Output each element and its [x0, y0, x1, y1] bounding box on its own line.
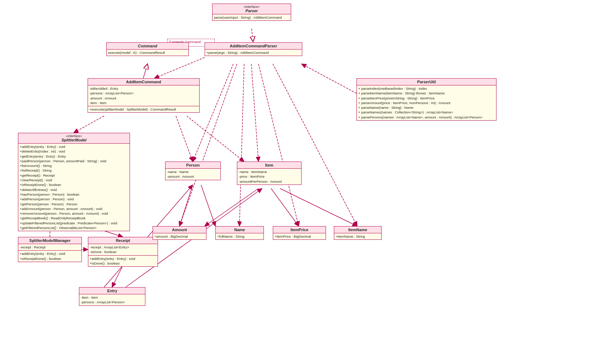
svg-line-8 [176, 116, 193, 162]
class-splittermodelmanager: SplitterModelManager -receipt : Receipt … [18, 237, 82, 262]
amount-name: Amount [154, 228, 205, 232]
command-name: Command [108, 44, 187, 48]
splittermodel-header: «Interface» SplitterModel [18, 133, 130, 144]
class-parser-header: «Interface» Parser [213, 4, 291, 14]
entry-fields: -item : Item -persons : ArrayList<Person… [79, 294, 145, 305]
svg-line-7 [74, 116, 104, 133]
svg-line-9 [187, 116, 244, 162]
class-parserutil: ParserUtil + parseIndex(oneBasedIndex : … [356, 78, 496, 121]
splittermodel-stereotype: «Interface» [20, 134, 128, 138]
parserutil-name: ParserUtil [358, 80, 495, 84]
entry-header: Entry [79, 288, 145, 294]
class-parser: «Interface» Parser parse(userInput : Str… [212, 4, 291, 21]
class-entry: Entry -item : Item -persons : ArrayList<… [79, 287, 145, 306]
class-itemprice: ItemPrice +itemPrice : BigDecimal [273, 226, 326, 240]
additemcommandparser-header: AddItemCommandParser [205, 43, 302, 50]
class-splittermodel: «Interface» SplitterModel +addEntry(entr… [18, 133, 130, 231]
svg-line-20 [179, 185, 193, 226]
svg-line-27 [302, 64, 356, 93]
name-fields: +fullName : String [216, 233, 263, 239]
additemcommand-fields: -toBeAdded : Entry -persons : ArrayList<… [88, 85, 199, 106]
item-fields: -name : ItemName -price : ItemPrice -amo… [237, 169, 301, 185]
name-header: Name [216, 227, 263, 233]
itemname-name: ItemName [336, 228, 380, 232]
splittermodelmanager-methods: +addEntry(entry : Entry) : void +isRecei… [18, 251, 81, 262]
itemprice-fields: +itemPrice : BigDecimal [273, 233, 326, 239]
entry-name: Entry [81, 289, 144, 293]
svg-line-15 [273, 64, 357, 226]
additemcommandparser-name: AddItemCommandParser [206, 44, 300, 48]
receipt-methods: +addEntry(entry : Entry) : void +isDone(… [88, 256, 158, 267]
svg-line-5 [143, 64, 148, 78]
svg-line-14 [258, 64, 299, 226]
amount-header: Amount [153, 227, 206, 233]
name-classname: Name [217, 228, 262, 232]
itemname-fields: +itemName : String [334, 233, 381, 239]
class-additemcommand: AddItemCommand -toBeAdded : Entry -perso… [88, 78, 200, 113]
additemcommand-name: AddItemCommand [89, 80, 198, 84]
svg-line-24 [205, 188, 258, 226]
receipt-header: Receipt [88, 237, 158, 244]
person-fields: -name : Name -amount : Amount [165, 169, 220, 180]
splittermodel-name: SplitterModel [20, 138, 128, 142]
itemname-header: ItemName [334, 227, 381, 233]
class-receipt: Receipt -receipt : ArrayList<Entry> -isD… [88, 237, 158, 267]
svg-line-22 [280, 188, 357, 226]
parser-name: Parser [214, 9, 289, 13]
class-itemname: ItemName +itemName : String [334, 226, 382, 240]
svg-line-21 [201, 185, 215, 226]
additemcommand-methods: +execute(splitterModel : SplitterModel) … [88, 106, 199, 112]
splittermodelmanager-name: SplitterModelManager [20, 238, 80, 243]
item-header: Item [237, 162, 301, 169]
receipt-fields: -receipt : ArrayList<Entry> -isDone : bo… [88, 244, 158, 256]
svg-line-6 [154, 57, 205, 78]
additemcommand-header: AddItemCommand [88, 79, 199, 85]
command-header: Command [107, 43, 188, 50]
person-header: Person [165, 162, 220, 169]
splittermodel-methods: +addEntry(entry : Entry) : void +deleteE… [18, 144, 130, 231]
amount-fields: +amount : BigDecimal [153, 233, 206, 239]
svg-line-23 [271, 188, 299, 226]
parser-stereotype: «Interface» [214, 5, 289, 9]
class-command: Command execute(model : E) : CommandResu… [106, 42, 189, 56]
svg-line-18 [112, 266, 123, 287]
class-person: Person -name : Name -amount : Amount [165, 162, 221, 180]
itemprice-name: ItemPrice [275, 228, 324, 232]
class-amount: Amount +amount : BigDecimal [153, 226, 206, 240]
parserutil-header: ParserUtil [357, 79, 496, 85]
uml-diagram: T extends Command «Interface» Parser par… [0, 0, 611, 364]
person-name: Person [167, 163, 219, 167]
class-item: Item -name : ItemName -price : ItemPrice… [237, 162, 302, 185]
class-additemcommandparser: AddItemCommandParser +parse(args : Strin… [205, 42, 302, 56]
parser-methods: parse(userInput : String) : AddItemComma… [213, 14, 291, 20]
item-name: Item [239, 163, 300, 167]
svg-line-13 [239, 64, 244, 226]
svg-line-4 [252, 29, 253, 42]
parserutil-methods: + parseIndex(oneBasedIndex : String) : I… [357, 85, 496, 120]
splittermodelmanager-header: SplitterModelManager [18, 237, 81, 244]
itemprice-header: ItemPrice [273, 227, 326, 233]
splittermodelmanager-fields: -receipt : Receipt [18, 244, 81, 251]
multiplicity-label: 1 [83, 247, 85, 251]
svg-line-11 [251, 64, 258, 162]
command-methods: execute(model : E) : CommandResult [107, 50, 188, 56]
receipt-name: Receipt [90, 238, 156, 243]
additemcommandparser-methods: +parse(args : String) : AddItemCommand [205, 50, 302, 56]
class-name: Name +fullName : String [215, 226, 264, 240]
